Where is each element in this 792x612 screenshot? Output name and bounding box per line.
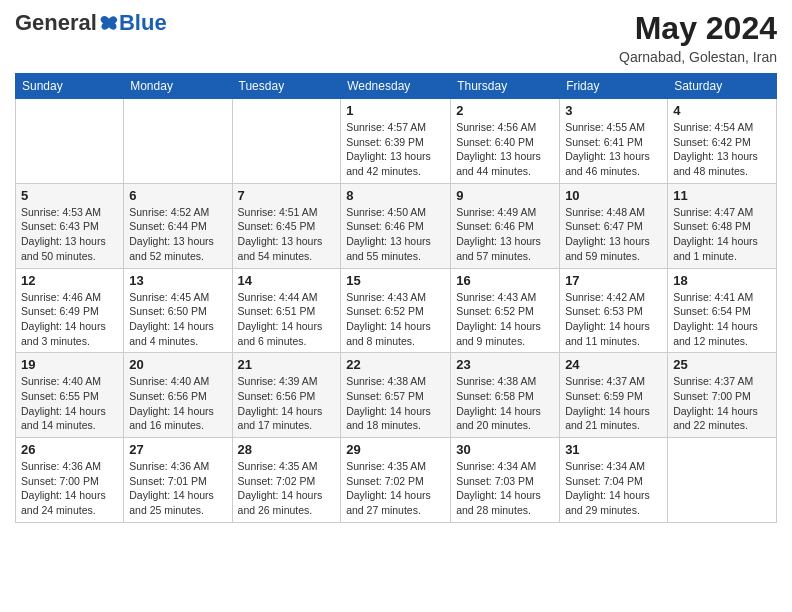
day-info: Sunrise: 4:57 AM Sunset: 6:39 PM Dayligh…: [346, 120, 445, 179]
calendar-cell: 1Sunrise: 4:57 AM Sunset: 6:39 PM Daylig…: [341, 99, 451, 184]
day-number: 23: [456, 357, 554, 372]
day-info: Sunrise: 4:48 AM Sunset: 6:47 PM Dayligh…: [565, 205, 662, 264]
day-info: Sunrise: 4:43 AM Sunset: 6:52 PM Dayligh…: [456, 290, 554, 349]
title-block: May 2024 Qarnabad, Golestan, Iran: [619, 10, 777, 65]
location-subtitle: Qarnabad, Golestan, Iran: [619, 49, 777, 65]
day-info: Sunrise: 4:36 AM Sunset: 7:00 PM Dayligh…: [21, 459, 118, 518]
calendar-cell: 5Sunrise: 4:53 AM Sunset: 6:43 PM Daylig…: [16, 183, 124, 268]
calendar-cell: 22Sunrise: 4:38 AM Sunset: 6:57 PM Dayli…: [341, 353, 451, 438]
logo-general-text: General: [15, 10, 97, 36]
calendar-week-row: 19Sunrise: 4:40 AM Sunset: 6:55 PM Dayli…: [16, 353, 777, 438]
calendar-cell: 4Sunrise: 4:54 AM Sunset: 6:42 PM Daylig…: [668, 99, 777, 184]
day-number: 3: [565, 103, 662, 118]
logo-bird-icon: [99, 13, 119, 33]
page-header: General Blue May 2024 Qarnabad, Golestan…: [15, 10, 777, 65]
day-number: 16: [456, 273, 554, 288]
weekday-header: Friday: [560, 74, 668, 99]
day-number: 22: [346, 357, 445, 372]
day-number: 13: [129, 273, 226, 288]
day-info: Sunrise: 4:37 AM Sunset: 7:00 PM Dayligh…: [673, 374, 771, 433]
day-info: Sunrise: 4:34 AM Sunset: 7:03 PM Dayligh…: [456, 459, 554, 518]
day-info: Sunrise: 4:42 AM Sunset: 6:53 PM Dayligh…: [565, 290, 662, 349]
day-number: 31: [565, 442, 662, 457]
calendar-cell: 24Sunrise: 4:37 AM Sunset: 6:59 PM Dayli…: [560, 353, 668, 438]
calendar-cell: [232, 99, 341, 184]
calendar-cell: 3Sunrise: 4:55 AM Sunset: 6:41 PM Daylig…: [560, 99, 668, 184]
calendar-cell: 31Sunrise: 4:34 AM Sunset: 7:04 PM Dayli…: [560, 438, 668, 523]
calendar-cell: 18Sunrise: 4:41 AM Sunset: 6:54 PM Dayli…: [668, 268, 777, 353]
calendar-cell: 16Sunrise: 4:43 AM Sunset: 6:52 PM Dayli…: [451, 268, 560, 353]
calendar-week-row: 26Sunrise: 4:36 AM Sunset: 7:00 PM Dayli…: [16, 438, 777, 523]
day-info: Sunrise: 4:51 AM Sunset: 6:45 PM Dayligh…: [238, 205, 336, 264]
calendar-cell: 30Sunrise: 4:34 AM Sunset: 7:03 PM Dayli…: [451, 438, 560, 523]
weekday-header: Thursday: [451, 74, 560, 99]
day-number: 1: [346, 103, 445, 118]
calendar-week-row: 1Sunrise: 4:57 AM Sunset: 6:39 PM Daylig…: [16, 99, 777, 184]
calendar-cell: 17Sunrise: 4:42 AM Sunset: 6:53 PM Dayli…: [560, 268, 668, 353]
day-info: Sunrise: 4:55 AM Sunset: 6:41 PM Dayligh…: [565, 120, 662, 179]
day-number: 5: [21, 188, 118, 203]
day-number: 20: [129, 357, 226, 372]
calendar-cell: 23Sunrise: 4:38 AM Sunset: 6:58 PM Dayli…: [451, 353, 560, 438]
weekday-header: Sunday: [16, 74, 124, 99]
day-number: 28: [238, 442, 336, 457]
calendar-cell: [124, 99, 232, 184]
day-number: 29: [346, 442, 445, 457]
day-number: 30: [456, 442, 554, 457]
calendar-cell: 7Sunrise: 4:51 AM Sunset: 6:45 PM Daylig…: [232, 183, 341, 268]
day-info: Sunrise: 4:50 AM Sunset: 6:46 PM Dayligh…: [346, 205, 445, 264]
calendar-cell: 2Sunrise: 4:56 AM Sunset: 6:40 PM Daylig…: [451, 99, 560, 184]
day-info: Sunrise: 4:56 AM Sunset: 6:40 PM Dayligh…: [456, 120, 554, 179]
day-info: Sunrise: 4:45 AM Sunset: 6:50 PM Dayligh…: [129, 290, 226, 349]
day-info: Sunrise: 4:38 AM Sunset: 6:57 PM Dayligh…: [346, 374, 445, 433]
weekday-header: Saturday: [668, 74, 777, 99]
day-number: 27: [129, 442, 226, 457]
day-info: Sunrise: 4:35 AM Sunset: 7:02 PM Dayligh…: [346, 459, 445, 518]
calendar-cell: 6Sunrise: 4:52 AM Sunset: 6:44 PM Daylig…: [124, 183, 232, 268]
calendar-cell: 27Sunrise: 4:36 AM Sunset: 7:01 PM Dayli…: [124, 438, 232, 523]
day-number: 26: [21, 442, 118, 457]
calendar-cell: 19Sunrise: 4:40 AM Sunset: 6:55 PM Dayli…: [16, 353, 124, 438]
calendar-week-row: 12Sunrise: 4:46 AM Sunset: 6:49 PM Dayli…: [16, 268, 777, 353]
calendar-cell: 10Sunrise: 4:48 AM Sunset: 6:47 PM Dayli…: [560, 183, 668, 268]
day-number: 8: [346, 188, 445, 203]
calendar-cell: 20Sunrise: 4:40 AM Sunset: 6:56 PM Dayli…: [124, 353, 232, 438]
weekday-header-row: SundayMondayTuesdayWednesdayThursdayFrid…: [16, 74, 777, 99]
calendar-cell: 12Sunrise: 4:46 AM Sunset: 6:49 PM Dayli…: [16, 268, 124, 353]
day-info: Sunrise: 4:44 AM Sunset: 6:51 PM Dayligh…: [238, 290, 336, 349]
logo: General Blue: [15, 10, 167, 36]
weekday-header: Monday: [124, 74, 232, 99]
calendar-cell: 13Sunrise: 4:45 AM Sunset: 6:50 PM Dayli…: [124, 268, 232, 353]
day-number: 15: [346, 273, 445, 288]
day-info: Sunrise: 4:39 AM Sunset: 6:56 PM Dayligh…: [238, 374, 336, 433]
calendar-cell: 25Sunrise: 4:37 AM Sunset: 7:00 PM Dayli…: [668, 353, 777, 438]
day-info: Sunrise: 4:35 AM Sunset: 7:02 PM Dayligh…: [238, 459, 336, 518]
month-year-title: May 2024: [619, 10, 777, 47]
day-number: 19: [21, 357, 118, 372]
calendar-cell: 9Sunrise: 4:49 AM Sunset: 6:46 PM Daylig…: [451, 183, 560, 268]
calendar-cell: 11Sunrise: 4:47 AM Sunset: 6:48 PM Dayli…: [668, 183, 777, 268]
calendar-cell: 29Sunrise: 4:35 AM Sunset: 7:02 PM Dayli…: [341, 438, 451, 523]
calendar-cell: 15Sunrise: 4:43 AM Sunset: 6:52 PM Dayli…: [341, 268, 451, 353]
day-info: Sunrise: 4:54 AM Sunset: 6:42 PM Dayligh…: [673, 120, 771, 179]
day-number: 11: [673, 188, 771, 203]
day-info: Sunrise: 4:36 AM Sunset: 7:01 PM Dayligh…: [129, 459, 226, 518]
weekday-header: Wednesday: [341, 74, 451, 99]
day-number: 25: [673, 357, 771, 372]
day-info: Sunrise: 4:37 AM Sunset: 6:59 PM Dayligh…: [565, 374, 662, 433]
day-info: Sunrise: 4:41 AM Sunset: 6:54 PM Dayligh…: [673, 290, 771, 349]
day-number: 2: [456, 103, 554, 118]
calendar-cell: 21Sunrise: 4:39 AM Sunset: 6:56 PM Dayli…: [232, 353, 341, 438]
day-info: Sunrise: 4:40 AM Sunset: 6:56 PM Dayligh…: [129, 374, 226, 433]
day-number: 17: [565, 273, 662, 288]
day-number: 14: [238, 273, 336, 288]
day-info: Sunrise: 4:40 AM Sunset: 6:55 PM Dayligh…: [21, 374, 118, 433]
day-info: Sunrise: 4:46 AM Sunset: 6:49 PM Dayligh…: [21, 290, 118, 349]
calendar-cell: 8Sunrise: 4:50 AM Sunset: 6:46 PM Daylig…: [341, 183, 451, 268]
day-info: Sunrise: 4:38 AM Sunset: 6:58 PM Dayligh…: [456, 374, 554, 433]
day-info: Sunrise: 4:53 AM Sunset: 6:43 PM Dayligh…: [21, 205, 118, 264]
calendar-cell: 28Sunrise: 4:35 AM Sunset: 7:02 PM Dayli…: [232, 438, 341, 523]
day-info: Sunrise: 4:52 AM Sunset: 6:44 PM Dayligh…: [129, 205, 226, 264]
day-number: 6: [129, 188, 226, 203]
day-number: 18: [673, 273, 771, 288]
